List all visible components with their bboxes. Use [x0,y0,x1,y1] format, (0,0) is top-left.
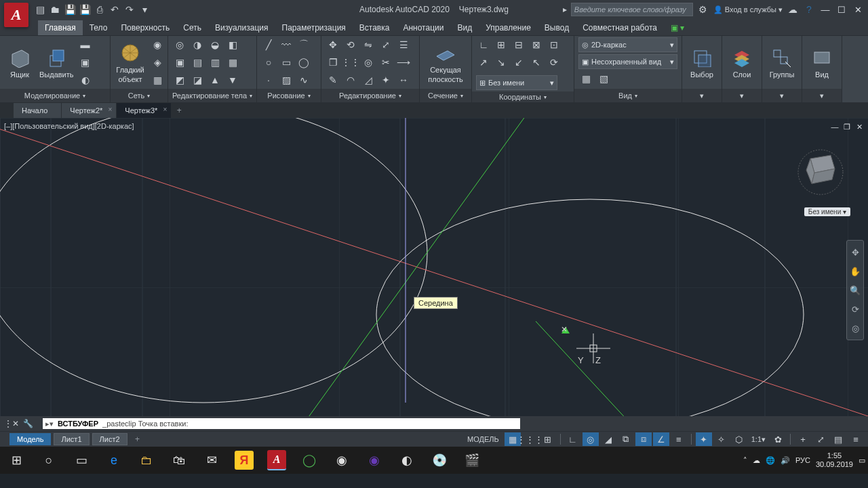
opera-icon[interactable]: ◉ [358,447,391,474]
tray-up-icon[interactable]: ˄ [743,456,747,465]
viewcube-ucs-label[interactable]: Без имени ▾ [804,207,850,216]
tab-drawing3[interactable]: Чертеж3*× [117,103,172,118]
ortho-toggle[interactable]: ∟ [565,432,581,446]
move-icon[interactable]: ✥ [326,37,340,52]
open-icon[interactable]: 🖿 [49,3,61,16]
offset-icon[interactable]: ◎ [361,55,376,70]
fillet-icon[interactable]: ◠ [343,73,358,87]
view-b-icon[interactable]: ▧ [596,71,611,86]
se9-icon[interactable]: ◩ [172,73,187,87]
chrome-icon[interactable]: ◉ [326,447,358,474]
osnap-toggle[interactable]: ⧉ [618,432,634,446]
view-a-icon[interactable]: ▦ [578,71,593,86]
snap-toggle[interactable]: ⋮⋮⋮ [522,432,538,446]
intersect-icon[interactable]: ◒ [208,37,222,52]
se8-icon[interactable]: ▦ [225,55,240,70]
add-tab-button[interactable]: + [172,103,186,118]
presspull-icon[interactable]: ▣ [78,55,93,70]
ucs7-icon[interactable]: ↘ [494,55,509,70]
tab-visualize[interactable]: Визуализация [208,20,275,35]
tab-home[interactable]: Главная [38,20,83,35]
utorrent-icon[interactable]: ◯ [293,447,326,474]
smooth-button[interactable]: Гладкийобъект [115,41,146,83]
nav-zoom-icon[interactable]: 🔍 [847,283,863,298]
slice-icon[interactable]: ◧ [225,37,240,52]
arc-icon[interactable]: ⌒ [296,37,311,52]
workspace-switch[interactable]: ✿ [770,432,786,446]
status-d[interactable]: + [795,432,811,446]
se6-icon[interactable]: ▤ [190,55,205,70]
extend-icon[interactable]: ⟶ [396,55,411,70]
chamfer-icon[interactable]: ◿ [361,73,376,87]
ucs5-icon[interactable]: ⊡ [547,37,561,52]
view-icon[interactable] [810,46,833,69]
ellipse-icon[interactable]: ◯ [296,55,311,70]
media-icon[interactable]: ◐ [391,447,423,474]
tab-mesh[interactable]: Сеть [176,20,208,35]
dynamic-input-toggle[interactable]: ⊞ [540,432,556,446]
explode-icon[interactable]: ✦ [378,73,393,87]
close-button[interactable]: ✕ [852,3,864,16]
layers-icon[interactable] [730,46,753,69]
se12-icon[interactable]: ▼ [225,73,240,87]
ucs2-icon[interactable]: ⊞ [494,37,509,52]
array-icon[interactable]: ⋮⋮ [343,55,358,70]
qat-more-icon[interactable]: ▾ [138,3,151,16]
se10-icon[interactable]: ◪ [190,73,205,87]
layout-sheet1[interactable]: Лист1 [54,433,89,445]
tab-view[interactable]: Вид [450,20,479,35]
union-icon[interactable]: ◎ [172,37,187,52]
3dosnap-toggle[interactable]: ⧈ [635,432,652,446]
tray-clock[interactable]: 1:5530.09.2019 [816,451,853,469]
saved-view-dropdown[interactable]: ▣ Несохраненный вид▾ [578,54,677,69]
status-e[interactable]: ⤢ [812,432,829,446]
line-icon[interactable]: ╱ [261,37,276,52]
mirror3d-icon[interactable]: ⇋ [361,37,376,52]
nav-wheel-icon[interactable]: ◎ [847,321,863,336]
undo-icon[interactable]: ↶ [108,3,121,16]
tab-output[interactable]: Вывод [538,20,576,35]
nav-orbit-icon[interactable]: ⟳ [847,302,863,317]
redo-icon[interactable]: ↷ [123,3,136,16]
status-f[interactable]: ▤ [830,432,846,446]
layout-sheet2[interactable]: Лист2 [92,433,127,445]
section-plane-button[interactable]: Секущаяплоскость [428,41,462,83]
vp-minimize[interactable]: — [830,122,840,131]
scale3d-icon[interactable]: ⤢ [378,37,393,52]
tab-collaborate[interactable]: Совместная работа [576,20,664,35]
copy-icon[interactable]: ❐ [326,55,340,70]
annotation-scale[interactable]: 1:1 ▾ [749,432,768,446]
mail-icon[interactable]: ✉ [195,447,228,474]
close-icon[interactable]: × [108,106,112,113]
command-input[interactable]: ▸▾ ВСТБУФЕР _pasteclip Точка вставки: [43,418,520,429]
minimize-button[interactable]: — [819,3,831,16]
yandex-icon[interactable]: Я [235,451,254,470]
layout-model[interactable]: Модель [9,433,51,445]
infocenter-icon[interactable]: ⚙ [697,3,709,16]
saveas-icon[interactable]: 💾 [79,3,91,16]
app-logo[interactable]: A [4,3,28,27]
store-icon[interactable]: 🛍 [163,447,195,474]
se11-icon[interactable]: ▲ [208,73,222,87]
video-icon[interactable]: 🎬 [456,447,488,474]
status-c[interactable]: ⬡ [731,432,747,446]
tray-cloud-icon[interactable]: ☁ [753,456,760,465]
help-icon[interactable]: ? [803,3,815,16]
ucs10-icon[interactable]: ⟳ [547,55,561,70]
add-layout-button[interactable]: + [130,432,145,447]
tab-annotate[interactable]: Аннотации [396,20,450,35]
ucs8-icon[interactable]: ↙ [511,55,526,70]
subtract-icon[interactable]: ◑ [190,37,205,52]
status-a[interactable]: ✦ [696,432,712,446]
rect-icon[interactable]: ▭ [279,55,294,70]
ucs4-icon[interactable]: ⊠ [529,37,544,52]
tray-net-icon[interactable]: 🌐 [766,456,775,465]
status-model[interactable]: МОДЕЛЬ [463,432,503,446]
cmd-close-icon[interactable]: ⋮✕ [4,419,19,428]
ucs3-icon[interactable]: ⊟ [511,37,526,52]
spline-icon[interactable]: ∿ [296,73,311,87]
nav-pan-icon[interactable]: ✋ [847,264,863,279]
tab-insert[interactable]: Вставка [353,20,397,35]
tab-solid[interactable]: Тело [83,20,115,35]
cmd-customize-icon[interactable]: 🔧 [23,419,33,428]
